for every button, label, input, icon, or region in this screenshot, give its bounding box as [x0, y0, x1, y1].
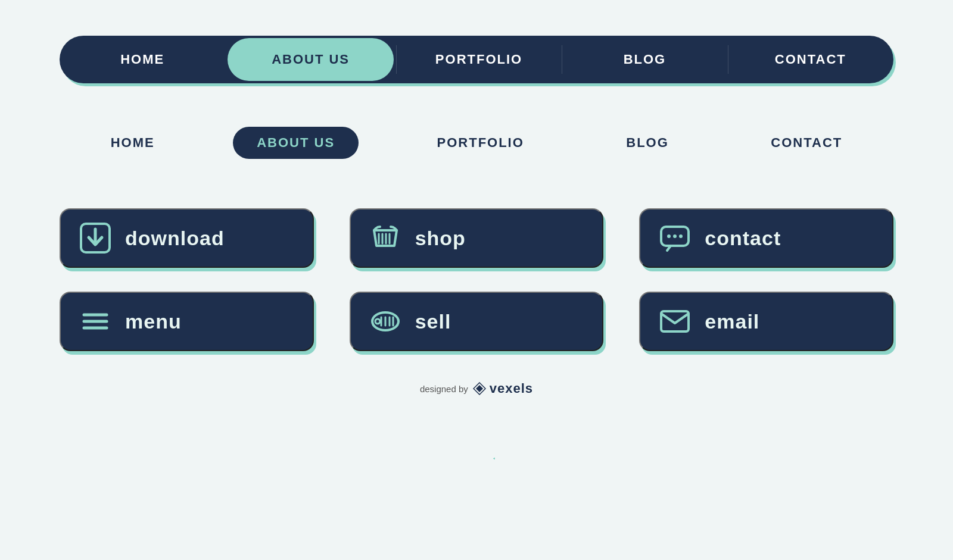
nav1-portfolio[interactable]: PORTFOLIO — [396, 36, 562, 83]
menu-icon — [77, 304, 113, 339]
vexels-icon — [473, 382, 486, 395]
download-label: download — [125, 227, 225, 250]
svg-point-7 — [673, 234, 677, 238]
sell-icon — [368, 304, 403, 339]
nav2-contact[interactable]: CONTACT — [747, 127, 866, 159]
contact-label: contact — [705, 227, 781, 250]
nav-bar-minimal: HOME ABOUT US PORTFOLIO BLOG CONTACT — [60, 119, 893, 167]
svg-point-6 — [667, 234, 671, 238]
nav2-home[interactable]: HOME — [87, 127, 179, 159]
svg-point-13 — [375, 319, 380, 324]
footer-brand: vexels — [473, 381, 533, 396]
email-button[interactable]: email — [639, 292, 893, 351]
download-button[interactable]: download — [60, 208, 314, 268]
nav2-portfolio[interactable]: PORTFOLIO — [413, 127, 548, 159]
nav-bar-full: HOME ABOUT US PORTFOLIO BLOG CONTACT — [60, 36, 893, 83]
email-icon — [657, 304, 693, 339]
navbar-1: HOME ABOUT US PORTFOLIO BLOG CONTACT — [60, 36, 893, 83]
nav2-about-us[interactable]: ABOUT US — [233, 127, 359, 159]
menu-button[interactable]: menu — [60, 292, 314, 351]
shop-label: shop — [415, 227, 466, 250]
shop-icon — [368, 220, 403, 256]
buttons-grid: download shop — [60, 208, 893, 351]
email-label: email — [705, 310, 759, 333]
svg-rect-18 — [661, 311, 689, 331]
shop-button[interactable]: shop — [350, 208, 604, 268]
svg-marker-20 — [476, 385, 483, 392]
svg-point-8 — [679, 234, 683, 238]
footer-designed-by: designed by — [420, 384, 468, 394]
contact-icon — [657, 220, 693, 256]
footer: designed by vexels — [60, 381, 893, 396]
contact-button[interactable]: contact — [639, 208, 893, 268]
nav2-blog[interactable]: BLOG — [602, 127, 693, 159]
nav1-about-us[interactable]: ABOUT US — [228, 38, 393, 81]
nav1-blog[interactable]: BLOG — [562, 36, 727, 83]
nav1-home[interactable]: HOME — [60, 36, 225, 83]
brand-name: vexels — [490, 381, 533, 396]
nav1-contact[interactable]: CONTACT — [728, 36, 893, 83]
sell-label: sell — [415, 310, 451, 333]
sell-button[interactable]: sell — [350, 292, 604, 351]
download-icon — [77, 220, 113, 256]
navbar-2: HOME ABOUT US PORTFOLIO BLOG CONTACT — [60, 119, 893, 167]
menu-label: menu — [125, 310, 182, 333]
